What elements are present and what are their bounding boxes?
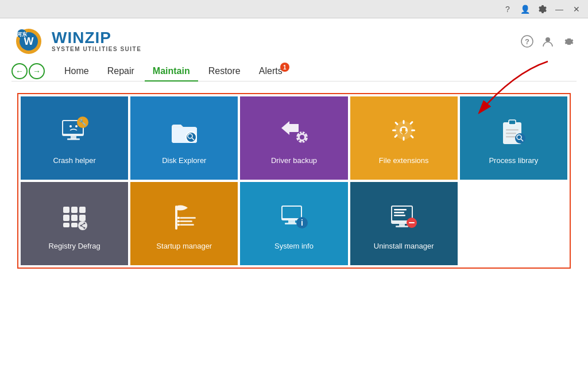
system-info-label: System info xyxy=(274,242,314,251)
svg-rect-50 xyxy=(79,207,86,213)
svg-point-66 xyxy=(177,216,180,219)
svg-rect-41 xyxy=(509,120,516,125)
svg-rect-83 xyxy=(409,222,415,223)
uninstall-manager-label: Uninstall manager xyxy=(374,242,434,251)
svg-text:W: W xyxy=(24,36,34,47)
nav-repair[interactable]: Repair xyxy=(99,61,142,81)
crash-helper-icon: 🔧 xyxy=(56,113,93,149)
svg-rect-24 xyxy=(295,137,298,138)
nav-maintain[interactable]: Maintain xyxy=(145,61,198,81)
tiles-grid: 🔧 Crash helper xyxy=(21,96,567,265)
back-button[interactable]: ← xyxy=(11,63,28,79)
tile-empty xyxy=(460,182,567,265)
nav-alerts[interactable]: Alerts 1 xyxy=(251,61,291,81)
forward-button[interactable]: → xyxy=(29,63,45,79)
app-name: WINZIP xyxy=(52,30,141,46)
svg-rect-76 xyxy=(392,207,412,220)
tile-startup-manager[interactable]: Startup manager xyxy=(130,182,238,265)
svg-rect-43 xyxy=(506,133,516,134)
process-library-label: Process library xyxy=(489,156,538,166)
settings-button[interactable] xyxy=(535,2,549,16)
tile-file-extensions[interactable]: File extensions xyxy=(350,96,458,180)
tile-registry-defrag[interactable]: Registry Defrag xyxy=(21,182,128,265)
svg-rect-64 xyxy=(180,220,192,222)
help-icon-button[interactable]: ? xyxy=(519,33,535,49)
svg-rect-42 xyxy=(506,129,519,131)
svg-rect-33 xyxy=(403,137,405,141)
logo-area: W 河东 WINZIP SYSTEM UTILITIES SUITE xyxy=(11,25,141,57)
svg-rect-34 xyxy=(392,129,396,131)
svg-rect-54 xyxy=(63,223,69,227)
tile-crash-helper[interactable]: 🔧 Crash helper xyxy=(21,96,128,180)
svg-rect-78 xyxy=(394,212,404,214)
svg-rect-63 xyxy=(180,217,196,219)
tile-system-info[interactable]: i System info xyxy=(240,182,347,265)
main-content: 🔧 Crash helper xyxy=(0,82,588,280)
startup-manager-icon xyxy=(166,198,203,235)
svg-rect-48 xyxy=(63,207,69,213)
main-window: W 河东 WINZIP SYSTEM UTILITIES SUITE ? xyxy=(0,18,588,376)
svg-rect-32 xyxy=(403,120,405,124)
registry-defrag-icon xyxy=(56,198,93,235)
tile-uninstall-manager[interactable]: Uninstall manager xyxy=(350,182,458,265)
svg-rect-62 xyxy=(175,206,177,230)
close-button[interactable]: ✕ xyxy=(570,2,583,16)
app-header: W 河东 WINZIP SYSTEM UTILITIES SUITE ? xyxy=(0,18,588,57)
nav-bar: ← → Home Repair Maintain Restore Alerts … xyxy=(0,57,588,81)
file-extensions-label: File extensions xyxy=(379,156,429,166)
svg-point-11 xyxy=(69,125,72,127)
app-logo-icon: W 河东 xyxy=(11,25,46,57)
nav-home[interactable]: Home xyxy=(56,61,97,81)
svg-text:?: ? xyxy=(525,37,529,46)
svg-rect-79 xyxy=(394,215,405,216)
svg-rect-52 xyxy=(71,215,78,221)
minimize-button[interactable]: — xyxy=(552,2,566,16)
svg-rect-81 xyxy=(396,226,408,227)
disk-explorer-icon xyxy=(166,113,203,149)
svg-rect-35 xyxy=(411,129,415,131)
svg-rect-55 xyxy=(71,223,78,227)
svg-rect-77 xyxy=(394,209,407,211)
app-subtitle: SYSTEM UTILITIES SUITE xyxy=(52,46,141,52)
svg-text:i: i xyxy=(301,218,303,227)
svg-point-7 xyxy=(546,37,550,42)
svg-rect-23 xyxy=(301,141,303,144)
svg-point-56 xyxy=(78,221,87,230)
profile-button[interactable]: 👤 xyxy=(518,2,532,16)
user-icon-button[interactable] xyxy=(540,33,556,49)
svg-point-12 xyxy=(75,125,78,127)
window-controls: ? 👤 — ✕ xyxy=(501,2,583,16)
tile-driver-backup[interactable]: Driver backup xyxy=(240,96,347,180)
logo-text: WINZIP SYSTEM UTILITIES SUITE xyxy=(52,30,141,52)
svg-rect-14 xyxy=(67,138,80,140)
alerts-badge: 1 xyxy=(280,63,289,72)
svg-rect-70 xyxy=(283,207,301,218)
tile-disk-explorer[interactable]: Disk Explorer xyxy=(130,96,238,180)
nav-restore[interactable]: Restore xyxy=(200,61,249,81)
svg-rect-49 xyxy=(71,207,78,213)
svg-text:🔧: 🔧 xyxy=(79,118,87,126)
startup-manager-label: Startup manager xyxy=(156,242,212,251)
nav-arrows: ← → xyxy=(11,63,45,79)
file-extensions-icon xyxy=(385,113,422,149)
process-library-icon xyxy=(495,113,532,149)
tile-process-library[interactable]: Process library xyxy=(460,96,567,180)
system-info-icon: i xyxy=(276,198,312,235)
svg-rect-51 xyxy=(63,215,69,221)
svg-rect-25 xyxy=(306,137,309,138)
svg-rect-53 xyxy=(79,215,86,221)
svg-rect-37 xyxy=(410,134,414,138)
svg-point-67 xyxy=(177,220,180,222)
driver-backup-label: Driver backup xyxy=(271,156,317,166)
header-actions: ? xyxy=(519,33,577,49)
gear-icon-button[interactable] xyxy=(560,33,577,49)
svg-rect-22 xyxy=(301,130,303,133)
registry-defrag-label: Registry Defrag xyxy=(48,242,100,251)
svg-point-21 xyxy=(300,135,304,139)
disk-explorer-label: Disk Explorer xyxy=(162,156,206,166)
svg-text:河东: 河东 xyxy=(17,31,28,37)
crash-helper-label: Crash helper xyxy=(53,156,95,166)
svg-rect-65 xyxy=(180,224,194,226)
uninstall-manager-icon xyxy=(385,198,422,235)
help-button[interactable]: ? xyxy=(501,2,514,16)
